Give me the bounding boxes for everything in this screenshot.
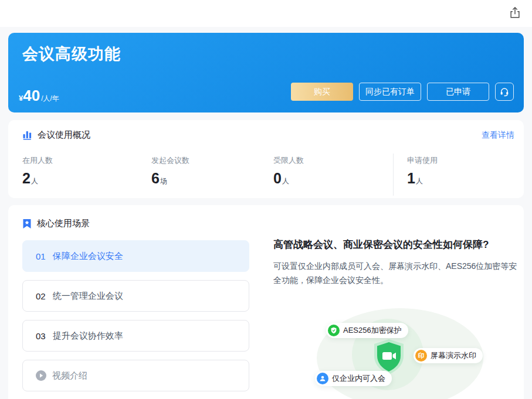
badge-internal-only: 仅企业内可入会: [315, 371, 392, 386]
scenario-label: 提升会议协作效率: [53, 330, 123, 342]
badge-aes-encryption: AES256加密保护: [326, 323, 408, 338]
scenario-label: 保障企业会议安全: [53, 251, 123, 262]
page: 会议高级功能 ¥ 40 /人/年 购买 同步已有订单 已申请: [0, 0, 532, 399]
usage-card-header: 会议使用概况: [22, 129, 90, 141]
scenario-index: 01: [36, 251, 46, 261]
stat-value: 2: [22, 170, 31, 186]
scenarios-card-header: 核心使用场景: [22, 218, 90, 229]
scenario-question-heading: 高管战略会议、商业保密会议的安全性如何保障?: [273, 238, 489, 251]
stat-value: 0: [273, 170, 282, 186]
scenario-item-security[interactable]: 01 保障企业会议安全: [22, 240, 249, 272]
stat-unit: 场: [160, 177, 167, 185]
stat-value: 6: [151, 170, 160, 186]
share-icon: [509, 6, 521, 19]
scenario-index: 03: [36, 331, 46, 341]
banner-actions: 购买 同步已有订单 已申请: [291, 83, 514, 101]
stat-label: 申请使用: [407, 155, 438, 166]
stats-divider: [393, 154, 394, 196]
person-icon: [317, 373, 328, 384]
applied-button[interactable]: 已申请: [427, 83, 489, 101]
stat-label: 发起会议数: [151, 155, 189, 166]
product-banner: 会议高级功能 ¥ 40 /人/年 购买 同步已有订单 已申请: [8, 33, 524, 112]
play-icon: [36, 370, 46, 381]
price-currency: ¥: [19, 94, 23, 103]
usage-card-title: 会议使用概况: [38, 129, 90, 141]
scenario-index: 02: [36, 291, 46, 301]
usage-overview-card: 会议使用概况 查看详情 在用人数 2人 发起会议数 6场 受限人数 0人 申请使…: [8, 120, 524, 198]
stat-apply-usage: 申请使用 1人: [407, 155, 438, 189]
stat-label: 受限人数: [273, 155, 304, 166]
stat-unit: 人: [31, 177, 38, 185]
scenario-answer-body: 可设置仅企业内部成员可入会、屏幕演示水印、AES256位加密等安全功能，保障企业…: [273, 259, 522, 287]
scenarios-card-title: 核心使用场景: [37, 218, 90, 229]
view-detail-link[interactable]: 查看详情: [482, 130, 514, 141]
stat-unit: 人: [282, 177, 289, 185]
core-scenarios-card: 核心使用场景 01 保障企业会议安全 02 统一管理企业会议 03 提升会议协作…: [8, 205, 524, 399]
stat-restricted-users: 受限人数 0人: [273, 155, 304, 189]
stat-meetings-started: 发起会议数 6场: [151, 155, 189, 189]
stat-value: 1: [407, 170, 415, 186]
scenario-item-efficiency[interactable]: 03 提升会议协作效率: [22, 320, 249, 352]
badge-label: 仅企业内可入会: [332, 373, 385, 384]
stat-active-users: 在用人数 2人: [22, 155, 53, 189]
buy-button[interactable]: 购买: [291, 83, 353, 101]
scenario-item-manage[interactable]: 02 统一管理企业会议: [22, 280, 249, 312]
price: ¥ 40 /人/年: [19, 88, 59, 104]
stamp-icon: 印: [415, 350, 427, 362]
headset-icon: [499, 87, 510, 97]
stat-unit: 人: [416, 177, 423, 185]
video-intro-label: 视频介绍: [52, 370, 87, 381]
bar-chart-icon: [22, 130, 32, 140]
bookmark-star-icon: [22, 219, 32, 229]
price-amount: 40: [23, 88, 40, 103]
badge-label: AES256加密保护: [343, 325, 402, 336]
shield-check-icon: [328, 325, 340, 336]
page-title: 会议高级功能: [22, 43, 121, 64]
price-unit: /人/年: [41, 94, 59, 104]
support-button[interactable]: [495, 83, 514, 101]
top-bar: [0, 0, 532, 27]
share-button[interactable]: [507, 5, 523, 21]
scenario-label: 统一管理企业会议: [53, 291, 123, 302]
video-intro-item[interactable]: 视频介绍: [22, 360, 249, 391]
sync-orders-button[interactable]: 同步已有订单: [359, 83, 421, 101]
badge-screen-watermark: 印 屏幕演示水印: [414, 348, 483, 363]
badge-label: 屏幕演示水印: [431, 350, 476, 361]
stat-label: 在用人数: [22, 155, 53, 166]
